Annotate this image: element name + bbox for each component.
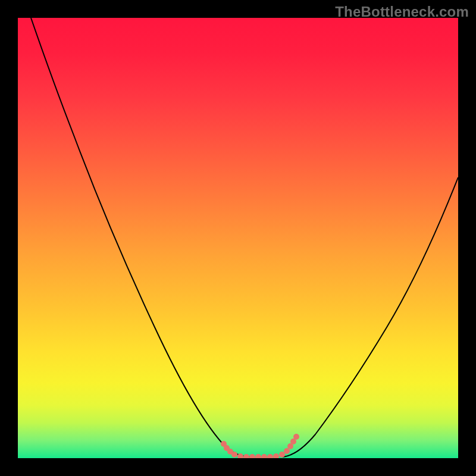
trough-markers [221, 434, 299, 458]
curve-layer [18, 18, 458, 458]
chart-frame: TheBottleneck.com [0, 0, 476, 476]
watermark-text: TheBottleneck.com [335, 4, 469, 20]
curve-right [282, 177, 458, 457]
svg-point-3 [231, 452, 237, 458]
plot-area [18, 18, 458, 458]
svg-point-5 [243, 454, 249, 458]
svg-point-15 [293, 434, 299, 440]
svg-point-7 [255, 454, 261, 458]
svg-point-10 [273, 453, 279, 458]
curve-left [31, 18, 251, 457]
svg-point-12 [284, 448, 290, 454]
svg-point-6 [249, 454, 255, 458]
svg-point-11 [279, 452, 285, 458]
svg-point-8 [261, 454, 267, 458]
svg-point-9 [267, 454, 273, 458]
